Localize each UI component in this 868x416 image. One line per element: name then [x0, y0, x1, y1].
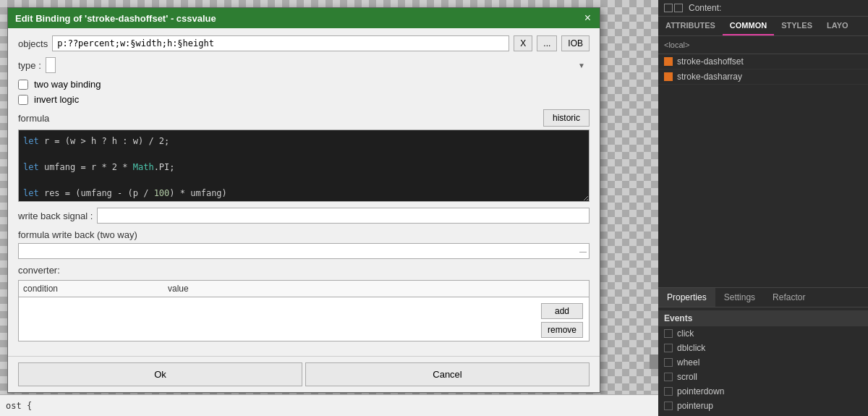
scroll-handle[interactable]: [650, 355, 658, 369]
two-way-binding-row: two way binding: [18, 79, 590, 90]
prop-icon: [664, 57, 673, 66]
dialog-body: objects X ... IOB type : ▼ two way: [8, 28, 600, 356]
prop-icon: [664, 72, 673, 81]
event-click[interactable]: click: [658, 326, 868, 341]
converter-header: condition value: [19, 281, 589, 297]
converter-body: add remove: [19, 297, 589, 341]
col-condition: condition: [23, 284, 168, 294]
write-back-signal-label: write back signal :: [18, 211, 93, 221]
tab-attributes[interactable]: ATTRIBUTES: [658, 17, 723, 35]
event-pointerdown[interactable]: pointerdown: [658, 384, 868, 399]
formula-label-row: formula historic: [18, 109, 590, 127]
code-editor[interactable]: let r = (w > h ? h : w) / 2; let umfang …: [18, 130, 590, 202]
converter-section: converter: condition value add remove: [18, 265, 590, 341]
bottom-bar-text: ost {: [6, 401, 32, 411]
event-scroll[interactable]: scroll: [658, 370, 868, 384]
remove-button[interactable]: remove: [541, 322, 583, 338]
dialog-titlebar: Edit Binding of 'stroke-dashoffset' - cs…: [8, 8, 600, 28]
select-arrow-icon: ▼: [578, 61, 585, 69]
dialog-close-button[interactable]: ×: [583, 12, 592, 24]
local-label: <local>: [658, 36, 868, 54]
formula-write-back-section: formula write back (two way) —: [18, 229, 590, 259]
event-checkbox[interactable]: [664, 358, 673, 367]
property-item-stroke-dasharray[interactable]: stroke-dasharray: [658, 69, 868, 85]
tab-settings[interactable]: Settings: [715, 288, 764, 307]
prop-name: stroke-dasharray: [677, 72, 742, 82]
iob-button[interactable]: IOB: [561, 35, 590, 51]
property-item-stroke-dashoffset[interactable]: stroke-dashoffset: [658, 54, 868, 69]
events-header: Events: [658, 310, 868, 326]
two-way-binding-label: two way binding: [34, 79, 101, 90]
bottom-bar: ost {: [0, 394, 658, 416]
tab-common[interactable]: COMMON: [723, 17, 774, 35]
event-checkbox[interactable]: [664, 387, 673, 396]
event-checkbox[interactable]: [664, 329, 673, 338]
event-label: click: [677, 328, 694, 339]
right-panel: Content: ATTRIBUTES COMMON STYLES LAYO <…: [658, 0, 868, 416]
ok-button[interactable]: Ok: [18, 362, 302, 386]
event-pointerup[interactable]: pointerup: [658, 399, 868, 413]
event-label: pointerup: [677, 401, 713, 411]
event-dblclick[interactable]: dblclick: [658, 341, 868, 355]
event-label: wheel: [677, 357, 699, 368]
right-panel-header: Content:: [658, 0, 868, 17]
converter-actions: add remove: [541, 303, 583, 338]
tab-layout[interactable]: LAYO: [820, 17, 856, 35]
x-button[interactable]: X: [514, 35, 532, 51]
event-label: dblclick: [677, 343, 705, 353]
events-section: Events click dblclick wheel scroll point…: [658, 307, 868, 416]
col-value: value: [168, 284, 584, 294]
objects-input[interactable]: [52, 35, 509, 51]
converter-table: condition value add remove: [18, 280, 590, 341]
panel-tabs: ATTRIBUTES COMMON STYLES LAYO: [658, 17, 868, 36]
historic-button[interactable]: historic: [543, 109, 590, 127]
dialog-overlay: Edit Binding of 'stroke-dashoffset' - cs…: [0, 0, 658, 416]
converter-label: converter:: [18, 265, 590, 276]
event-wheel[interactable]: wheel: [658, 355, 868, 370]
invert-logic-checkbox[interactable]: [18, 95, 28, 105]
property-list: stroke-dashoffset stroke-dasharray: [658, 54, 868, 85]
content-icon: [664, 4, 683, 12]
event-checkbox[interactable]: [664, 373, 673, 381]
type-label: type :: [18, 60, 41, 71]
edit-binding-dialog: Edit Binding of 'stroke-dashoffset' - cs…: [7, 7, 600, 393]
write-back-signal-input[interactable]: [97, 208, 590, 224]
prop-name: stroke-dashoffset: [677, 56, 744, 67]
dialog-footer: Ok Cancel: [8, 356, 600, 392]
type-row: type : ▼: [18, 57, 590, 73]
bottom-tabs: Properties Settings Refactor: [658, 287, 868, 307]
type-select[interactable]: [46, 57, 56, 73]
invert-logic-row: invert logic: [18, 94, 590, 105]
tab-refactor[interactable]: Refactor: [764, 288, 814, 307]
write-back-signal-row: write back signal :: [18, 208, 590, 224]
event-checkbox[interactable]: [664, 344, 673, 352]
event-label: scroll: [677, 372, 697, 382]
formula-label: formula: [18, 113, 49, 124]
dots-button[interactable]: ...: [537, 35, 557, 51]
cancel-button[interactable]: Cancel: [305, 362, 590, 386]
formula-write-back-label: formula write back (two way): [18, 229, 590, 240]
objects-label: objects: [18, 38, 48, 49]
add-button[interactable]: add: [541, 303, 583, 319]
tab-styles[interactable]: STYLES: [774, 17, 820, 35]
event-checkbox[interactable]: [664, 402, 673, 410]
scroll-indicator-icon: —: [579, 247, 587, 255]
tab-properties[interactable]: Properties: [658, 288, 715, 307]
two-way-binding-checkbox[interactable]: [18, 80, 28, 90]
content-label: Content:: [689, 3, 721, 13]
formula-section: formula historic let r = (w > h ? h : w)…: [18, 109, 590, 202]
formula-write-back-input[interactable]: [18, 243, 590, 259]
dialog-title: Edit Binding of 'stroke-dashoffset' - cs…: [15, 13, 216, 24]
invert-logic-label: invert logic: [34, 94, 79, 105]
type-select-wrapper: ▼: [46, 57, 590, 73]
objects-row: objects X ... IOB: [18, 35, 590, 51]
event-label: pointerdown: [677, 386, 724, 396]
formula-write-back-input-row: —: [18, 243, 590, 259]
